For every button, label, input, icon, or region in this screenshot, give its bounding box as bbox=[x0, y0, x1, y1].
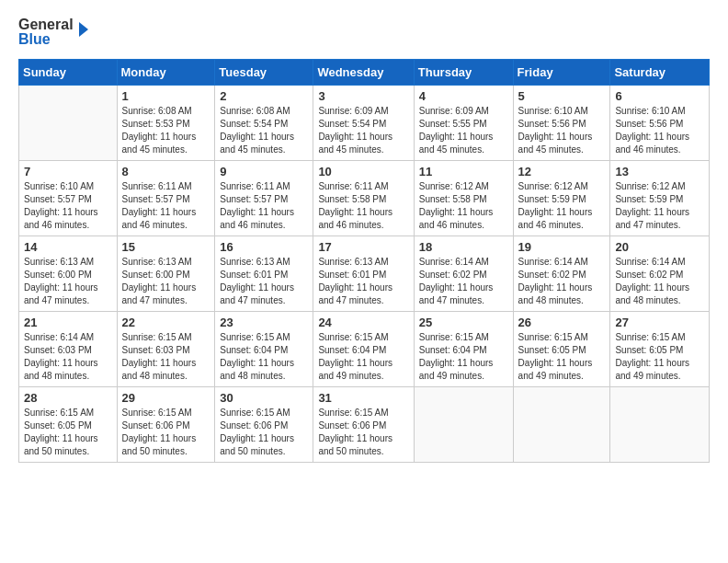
calendar-cell: 2Sunrise: 6:08 AM Sunset: 5:54 PM Daylig… bbox=[215, 86, 313, 161]
day-number: 4 bbox=[419, 89, 508, 103]
calendar-cell: 3Sunrise: 6:09 AM Sunset: 5:54 PM Daylig… bbox=[313, 86, 414, 161]
calendar-cell bbox=[610, 387, 710, 463]
day-number: 17 bbox=[318, 240, 408, 254]
calendar-cell bbox=[513, 387, 610, 463]
day-number: 28 bbox=[24, 391, 112, 405]
calendar-cell: 24Sunrise: 6:15 AM Sunset: 6:04 PM Dayli… bbox=[313, 312, 414, 387]
day-number: 3 bbox=[318, 89, 408, 103]
day-number: 26 bbox=[518, 316, 606, 329]
day-info: Sunrise: 6:14 AM Sunset: 6:02 PM Dayligh… bbox=[419, 256, 508, 307]
calendar-cell: 1Sunrise: 6:08 AM Sunset: 5:53 PM Daylig… bbox=[117, 86, 215, 161]
day-info: Sunrise: 6:13 AM Sunset: 6:01 PM Dayligh… bbox=[318, 256, 408, 307]
calendar-cell bbox=[414, 387, 513, 463]
day-number: 13 bbox=[615, 165, 704, 178]
day-info: Sunrise: 6:11 AM Sunset: 5:57 PM Dayligh… bbox=[220, 180, 308, 232]
calendar-cell: 7Sunrise: 6:10 AM Sunset: 5:57 PM Daylig… bbox=[19, 161, 118, 236]
calendar-cell: 9Sunrise: 6:11 AM Sunset: 5:57 PM Daylig… bbox=[215, 161, 313, 236]
calendar-cell: 10Sunrise: 6:11 AM Sunset: 5:58 PM Dayli… bbox=[313, 161, 414, 236]
day-info: Sunrise: 6:12 AM Sunset: 5:59 PM Dayligh… bbox=[518, 180, 606, 232]
svg-text:General: General bbox=[18, 17, 74, 32]
day-number: 30 bbox=[220, 391, 308, 405]
day-info: Sunrise: 6:15 AM Sunset: 6:06 PM Dayligh… bbox=[220, 407, 308, 458]
day-number: 29 bbox=[122, 391, 210, 405]
day-number: 23 bbox=[220, 316, 308, 329]
calendar-cell: 26Sunrise: 6:15 AM Sunset: 6:05 PM Dayli… bbox=[513, 312, 610, 387]
day-info: Sunrise: 6:11 AM Sunset: 5:58 PM Dayligh… bbox=[318, 180, 408, 232]
day-number: 18 bbox=[419, 240, 508, 254]
week-row-0: 1Sunrise: 6:08 AM Sunset: 5:53 PM Daylig… bbox=[19, 86, 710, 161]
day-info: Sunrise: 6:12 AM Sunset: 5:58 PM Dayligh… bbox=[419, 180, 508, 232]
calendar-cell: 16Sunrise: 6:13 AM Sunset: 6:01 PM Dayli… bbox=[215, 236, 313, 312]
day-number: 2 bbox=[220, 89, 308, 103]
day-info: Sunrise: 6:14 AM Sunset: 6:03 PM Dayligh… bbox=[24, 331, 112, 383]
day-info: Sunrise: 6:14 AM Sunset: 6:02 PM Dayligh… bbox=[518, 256, 606, 307]
day-number: 16 bbox=[220, 240, 308, 254]
day-number: 20 bbox=[615, 240, 704, 254]
calendar-cell: 17Sunrise: 6:13 AM Sunset: 6:01 PM Dayli… bbox=[313, 236, 414, 312]
day-info: Sunrise: 6:15 AM Sunset: 6:05 PM Dayligh… bbox=[518, 331, 606, 383]
calendar-cell: 18Sunrise: 6:14 AM Sunset: 6:02 PM Dayli… bbox=[414, 236, 513, 312]
calendar-cell: 30Sunrise: 6:15 AM Sunset: 6:06 PM Dayli… bbox=[215, 387, 313, 463]
day-number: 12 bbox=[518, 165, 606, 178]
day-number: 15 bbox=[122, 240, 210, 254]
calendar-cell: 29Sunrise: 6:15 AM Sunset: 6:06 PM Dayli… bbox=[117, 387, 215, 463]
calendar-cell: 23Sunrise: 6:15 AM Sunset: 6:04 PM Dayli… bbox=[215, 312, 313, 387]
calendar-cell: 4Sunrise: 6:09 AM Sunset: 5:55 PM Daylig… bbox=[414, 86, 513, 161]
week-row-3: 21Sunrise: 6:14 AM Sunset: 6:03 PM Dayli… bbox=[19, 312, 710, 387]
weekday-header-thursday: Thursday bbox=[414, 60, 513, 86]
calendar-cell: 13Sunrise: 6:12 AM Sunset: 5:59 PM Dayli… bbox=[610, 161, 710, 236]
day-info: Sunrise: 6:12 AM Sunset: 5:59 PM Dayligh… bbox=[615, 180, 704, 232]
calendar-cell: 6Sunrise: 6:10 AM Sunset: 5:56 PM Daylig… bbox=[610, 86, 710, 161]
day-info: Sunrise: 6:09 AM Sunset: 5:55 PM Dayligh… bbox=[419, 105, 508, 156]
week-row-1: 7Sunrise: 6:10 AM Sunset: 5:57 PM Daylig… bbox=[19, 161, 710, 236]
calendar-cell: 27Sunrise: 6:15 AM Sunset: 6:05 PM Dayli… bbox=[610, 312, 710, 387]
calendar-cell: 19Sunrise: 6:14 AM Sunset: 6:02 PM Dayli… bbox=[513, 236, 610, 312]
day-info: Sunrise: 6:13 AM Sunset: 6:00 PM Dayligh… bbox=[122, 256, 210, 307]
day-number: 7 bbox=[24, 165, 112, 178]
logo: GeneralBlue bbox=[18, 15, 92, 50]
day-info: Sunrise: 6:09 AM Sunset: 5:54 PM Dayligh… bbox=[318, 105, 408, 156]
weekday-header-friday: Friday bbox=[513, 60, 610, 86]
weekday-header-row: SundayMondayTuesdayWednesdayThursdayFrid… bbox=[19, 60, 710, 86]
calendar-cell: 20Sunrise: 6:14 AM Sunset: 6:02 PM Dayli… bbox=[610, 236, 710, 312]
weekday-header-saturday: Saturday bbox=[610, 60, 710, 86]
day-number: 24 bbox=[318, 316, 408, 329]
day-info: Sunrise: 6:15 AM Sunset: 6:04 PM Dayligh… bbox=[419, 331, 508, 383]
day-number: 14 bbox=[24, 240, 112, 254]
calendar-cell: 22Sunrise: 6:15 AM Sunset: 6:03 PM Dayli… bbox=[117, 312, 215, 387]
calendar-cell: 15Sunrise: 6:13 AM Sunset: 6:00 PM Dayli… bbox=[117, 236, 215, 312]
header: GeneralBlue bbox=[18, 15, 710, 50]
svg-marker-2 bbox=[79, 22, 88, 37]
day-info: Sunrise: 6:10 AM Sunset: 5:56 PM Dayligh… bbox=[518, 105, 606, 156]
calendar-cell: 8Sunrise: 6:11 AM Sunset: 5:57 PM Daylig… bbox=[117, 161, 215, 236]
day-number: 10 bbox=[318, 165, 408, 178]
day-info: Sunrise: 6:15 AM Sunset: 6:06 PM Dayligh… bbox=[122, 407, 210, 458]
calendar-cell: 28Sunrise: 6:15 AM Sunset: 6:05 PM Dayli… bbox=[19, 387, 118, 463]
day-number: 31 bbox=[318, 391, 408, 405]
calendar-cell bbox=[19, 86, 118, 161]
day-number: 21 bbox=[24, 316, 112, 329]
day-number: 5 bbox=[518, 89, 606, 103]
day-number: 8 bbox=[122, 165, 210, 178]
day-number: 19 bbox=[518, 240, 606, 254]
day-info: Sunrise: 6:08 AM Sunset: 5:54 PM Dayligh… bbox=[220, 105, 308, 156]
day-number: 1 bbox=[122, 89, 210, 103]
day-number: 22 bbox=[122, 316, 210, 329]
calendar-cell: 14Sunrise: 6:13 AM Sunset: 6:00 PM Dayli… bbox=[19, 236, 118, 312]
calendar-cell: 31Sunrise: 6:15 AM Sunset: 6:06 PM Dayli… bbox=[313, 387, 414, 463]
weekday-header-wednesday: Wednesday bbox=[313, 60, 414, 86]
calendar-cell: 25Sunrise: 6:15 AM Sunset: 6:04 PM Dayli… bbox=[414, 312, 513, 387]
logo-svg: GeneralBlue bbox=[18, 15, 92, 50]
day-info: Sunrise: 6:10 AM Sunset: 5:56 PM Dayligh… bbox=[615, 105, 704, 156]
week-row-4: 28Sunrise: 6:15 AM Sunset: 6:05 PM Dayli… bbox=[19, 387, 710, 463]
day-info: Sunrise: 6:10 AM Sunset: 5:57 PM Dayligh… bbox=[24, 180, 112, 232]
day-info: Sunrise: 6:15 AM Sunset: 6:04 PM Dayligh… bbox=[220, 331, 308, 383]
day-info: Sunrise: 6:13 AM Sunset: 6:00 PM Dayligh… bbox=[24, 256, 112, 307]
day-number: 27 bbox=[615, 316, 704, 329]
weekday-header-tuesday: Tuesday bbox=[215, 60, 313, 86]
svg-text:Blue: Blue bbox=[18, 31, 51, 47]
day-info: Sunrise: 6:15 AM Sunset: 6:04 PM Dayligh… bbox=[318, 331, 408, 383]
calendar-cell: 11Sunrise: 6:12 AM Sunset: 5:58 PM Dayli… bbox=[414, 161, 513, 236]
calendar-table: SundayMondayTuesdayWednesdayThursdayFrid… bbox=[18, 59, 710, 463]
weekday-header-sunday: Sunday bbox=[19, 60, 118, 86]
